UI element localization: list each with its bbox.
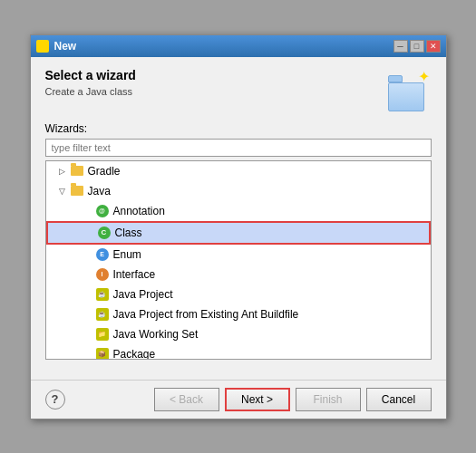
class-label: Class <box>115 226 142 239</box>
tree-item-package[interactable]: 📦 Package <box>46 344 431 360</box>
header-section: Select a wizard Create a Java class ✦ <box>45 68 432 111</box>
cancel-button[interactable]: Cancel <box>366 388 432 411</box>
expand-interface-icon <box>83 269 93 280</box>
java-project-ant-icon: ☕ <box>95 307 110 322</box>
expand-jproject-icon <box>83 289 93 300</box>
tree-item-annotation[interactable]: @ Annotation <box>46 201 431 221</box>
tree-item-class[interactable]: C Class <box>46 221 431 245</box>
minimize-button[interactable]: ─ <box>393 40 408 53</box>
expand-wset-icon <box>83 329 93 340</box>
wizard-header-icon: ✦ <box>388 68 432 111</box>
tree-item-java-project-inner: ☕ Java Project <box>79 286 431 303</box>
expand-annotation-icon <box>83 206 93 217</box>
tree-item-java-inner: ▽ Java <box>53 183 431 199</box>
annotation-type-icon: @ <box>95 204 110 218</box>
working-set-icon: 📁 <box>95 327 110 342</box>
wizards-section: Wizards: ▷ Gradle ▽ <box>45 122 432 360</box>
expand-gradle-icon: ▷ <box>57 166 68 177</box>
header-text: Select a wizard Create a Java class <box>45 68 136 97</box>
tree-item-java-project-ant[interactable]: ☕ Java Project from Existing Ant Buildfi… <box>46 304 431 324</box>
gradle-label: Gradle <box>88 165 121 178</box>
titlebar-left: New <box>36 40 77 53</box>
java-working-set-label: Java Working Set <box>113 328 199 341</box>
expand-package-icon <box>83 349 93 360</box>
enum-type-icon: E <box>95 247 110 262</box>
tree-item-java-project-ant-inner: ☕ Java Project from Existing Ant Buildfi… <box>79 306 431 323</box>
dialog-content: Select a wizard Create a Java class ✦ Wi… <box>31 57 446 380</box>
expand-class-icon <box>84 227 95 238</box>
java-label: Java <box>88 185 111 198</box>
tree-item-enum-inner: E Enum <box>79 246 431 263</box>
folder-body <box>388 82 424 111</box>
star-decoration: ✦ <box>418 68 430 85</box>
tree-item-interface[interactable]: I Interface <box>46 265 431 284</box>
dialog-bottom-bar: ? < Back Next > Finish Cancel <box>31 380 446 419</box>
class-type-icon: C <box>97 226 112 240</box>
tree-item-java-project[interactable]: ☕ Java Project <box>46 284 431 304</box>
dialog-title: Select a wizard <box>45 68 136 82</box>
java-project-label: Java Project <box>113 288 173 301</box>
next-button[interactable]: Next > <box>225 388 290 411</box>
tree-item-interface-inner: I Interface <box>79 266 431 283</box>
window-title: New <box>54 40 77 53</box>
gradle-folder-icon <box>70 164 84 178</box>
expand-ant-icon <box>83 309 93 320</box>
annotation-label: Annotation <box>113 205 165 217</box>
java-folder-icon <box>70 184 84 198</box>
package-type-icon: 📦 <box>95 347 110 360</box>
java-project-ant-label: Java Project from Existing Ant Buildfile <box>113 308 299 321</box>
dialog-subtitle: Create a Java class <box>45 86 136 97</box>
wizards-label: Wizards: <box>45 122 432 135</box>
tree-item-java-working-set-inner: 📁 Java Working Set <box>79 326 431 342</box>
tree-item-gradle-inner: ▷ Gradle <box>53 163 431 179</box>
filter-input[interactable] <box>45 139 432 157</box>
expand-java-icon: ▽ <box>57 186 68 197</box>
java-project-icon: ☕ <box>95 287 110 302</box>
window-icon <box>36 40 49 53</box>
tree-item-java[interactable]: ▽ Java <box>46 181 431 201</box>
tree-item-gradle[interactable]: ▷ Gradle <box>46 161 431 181</box>
tree-item-enum[interactable]: E Enum <box>46 245 431 265</box>
button-row: ? < Back Next > Finish Cancel <box>45 388 432 411</box>
package-label: Package <box>113 348 156 360</box>
interface-label: Interface <box>113 268 156 281</box>
maximize-button[interactable]: □ <box>410 40 424 53</box>
finish-button[interactable]: Finish <box>296 388 361 411</box>
interface-type-icon: I <box>95 267 110 282</box>
expand-enum-icon <box>83 249 93 260</box>
new-wizard-dialog: New ─ □ ✕ Select a wizard Create a Java … <box>30 34 447 419</box>
wizard-tree[interactable]: ▷ Gradle ▽ Java <box>45 160 432 360</box>
tree-item-package-inner: 📦 Package <box>79 346 431 360</box>
titlebar: New ─ □ ✕ <box>31 35 446 57</box>
tree-item-annotation-inner: @ Annotation <box>79 203 431 219</box>
enum-label: Enum <box>113 248 141 261</box>
tree-item-java-working-set[interactable]: 📁 Java Working Set <box>46 324 431 344</box>
titlebar-buttons: ─ □ ✕ <box>393 40 441 53</box>
help-button[interactable]: ? <box>45 390 65 410</box>
back-button[interactable]: < Back <box>154 388 219 411</box>
folder-tab <box>388 75 403 82</box>
close-button[interactable]: ✕ <box>426 40 441 53</box>
tree-item-class-inner: C Class <box>81 225 429 241</box>
